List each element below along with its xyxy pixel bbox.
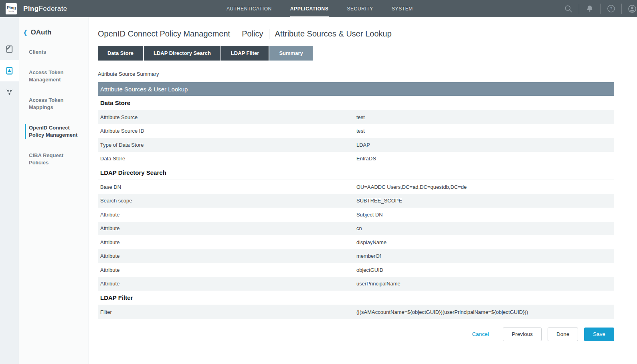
product-name-light: Federate — [38, 5, 67, 12]
table-row: Type of Data StoreLDAP — [98, 138, 614, 152]
sidebar-item-access-token-mappings[interactable]: Access Token Mappings — [25, 97, 84, 111]
sidebar: ❮ OAuth ClientsAccess Token ManagementAc… — [19, 17, 89, 364]
tab-summary[interactable]: Summary — [269, 46, 312, 61]
summary-table: Attribute Sources & User Lookup Data Sto… — [98, 82, 614, 319]
row-value: (|(sAMAccountName=${objectGUID})(userPri… — [356, 309, 614, 315]
breadcrumb-part: Attribute Sources & User Lookup — [275, 29, 392, 38]
row-value: test — [356, 128, 614, 134]
table-row: AttributeuserPrincipalName — [98, 277, 614, 291]
topbar: Ping Identity PingFederate AUTHENTICATIO… — [0, 0, 637, 17]
footer-actions: Cancel Previous Done Save — [98, 328, 614, 346]
oauth-icon[interactable] — [0, 81, 19, 103]
row-value: displayName — [356, 239, 614, 245]
topbar-icons: ? — [558, 0, 637, 17]
row-label: Data Store — [98, 156, 356, 162]
chevron-left-icon: ❮ — [23, 29, 27, 36]
save-button[interactable]: Save — [584, 328, 614, 341]
row-value: EntraDS — [356, 156, 614, 162]
sidebar-item-ciba-request-policies[interactable]: CIBA Request Policies — [25, 152, 84, 166]
table-row: Attribute Source IDtest — [98, 124, 614, 138]
row-label: Attribute — [98, 239, 356, 245]
breadcrumb-part: OpenID Connect Policy Management — [98, 29, 230, 38]
applications-icon[interactable] — [0, 60, 19, 81]
row-label: Attribute — [98, 267, 356, 273]
product-name: PingFederate — [23, 5, 67, 13]
breadcrumb-part: Policy — [242, 29, 263, 38]
ping-logo-text: Ping — [7, 6, 16, 10]
table-row: AttributememberOf — [98, 249, 614, 263]
svg-text:?: ? — [610, 6, 612, 11]
row-value: Subject DN — [356, 212, 614, 218]
tab-data-store[interactable]: Data Store — [98, 46, 143, 61]
done-button[interactable]: Done — [548, 328, 578, 341]
table-row: Filter(|(sAMAccountName=${objectGUID})(u… — [98, 305, 614, 319]
section-heading-ldap-filter: LDAP Filter — [98, 291, 614, 305]
search-icon[interactable] — [558, 0, 579, 17]
tab-ldap-filter[interactable]: LDAP Filter — [221, 46, 269, 61]
tab-ldap-directory-search[interactable]: LDAP Directory Search — [144, 46, 220, 61]
table-body: Data StoreAttribute SourcetestAttribute … — [98, 96, 614, 319]
sidebar-header-label: OAuth — [31, 28, 52, 36]
topbar-nav: AUTHENTICATIONAPPLICATIONSSECURITYSYSTEM — [226, 0, 413, 17]
row-label: Attribute — [98, 225, 356, 231]
table-row: Attributecn — [98, 222, 614, 236]
row-label: Type of Data Store — [98, 142, 356, 148]
section-heading-ldap-directory-search: LDAP Directory Search — [98, 166, 614, 180]
sidebar-item-openid-connect-policy-management[interactable]: OpenID Connect Policy Management — [25, 124, 84, 139]
sidebar-items: ClientsAccess Token ManagementAccess Tok… — [23, 49, 84, 166]
authentication-icon[interactable] — [0, 38, 19, 60]
row-value: OU=AADDC Users,DC=ad,DC=questdb,DC=de — [356, 184, 614, 190]
table-banner: Attribute Sources & User Lookup — [98, 82, 614, 96]
row-value: cn — [356, 225, 614, 231]
nav-applications[interactable]: APPLICATIONS — [290, 0, 329, 17]
breadcrumb-separator — [236, 29, 236, 39]
row-label: Attribute Source — [98, 114, 356, 120]
row-label: Attribute Source ID — [98, 128, 356, 134]
nav-system[interactable]: SYSTEM — [392, 0, 413, 17]
table-row: AttributeobjectGUID — [98, 263, 614, 277]
table-row: AttributeSubject DN — [98, 208, 614, 222]
section-heading-data-store: Data Store — [98, 96, 614, 110]
breadcrumb: OpenID Connect Policy Management Policy … — [98, 29, 614, 39]
account-icon[interactable] — [622, 0, 637, 17]
row-label: Attribute — [98, 212, 356, 218]
row-value: LDAP — [356, 142, 614, 148]
previous-button[interactable]: Previous — [503, 328, 542, 341]
sidebar-item-access-token-management[interactable]: Access Token Management — [25, 69, 84, 83]
notifications-icon[interactable] — [579, 0, 600, 17]
table-row: Base DNOU=AADDC Users,DC=ad,DC=questdb,D… — [98, 180, 614, 194]
help-icon[interactable]: ? — [601, 0, 621, 17]
ping-logo-subtext: Identity — [9, 10, 14, 12]
row-label: Attribute — [98, 281, 356, 287]
table-row: AttributedisplayName — [98, 235, 614, 249]
breadcrumb-separator — [269, 29, 269, 39]
table-row: Data StoreEntraDS — [98, 152, 614, 166]
sidebar-item-clients[interactable]: Clients — [25, 49, 84, 56]
row-label: Search scope — [98, 198, 356, 204]
row-value: userPrincipalName — [356, 281, 614, 287]
row-value: objectGUID — [356, 267, 614, 273]
ping-logo: Ping Identity — [6, 3, 17, 14]
row-value: memberOf — [356, 253, 614, 259]
main-content: OpenID Connect Policy Management Policy … — [89, 17, 637, 364]
row-value: SUBTREE_SCOPE — [356, 198, 614, 204]
cancel-button[interactable]: Cancel — [472, 331, 489, 337]
summary-label: Attribute Source Summary — [98, 71, 614, 77]
row-label: Attribute — [98, 253, 356, 259]
table-row: Attribute Sourcetest — [98, 110, 614, 124]
nav-security[interactable]: SECURITY — [347, 0, 373, 17]
table-row: Search scopeSUBTREE_SCOPE — [98, 194, 614, 208]
row-label: Filter — [98, 309, 356, 315]
product-name-bold: Ping — [23, 5, 38, 12]
row-value: test — [356, 114, 614, 120]
step-tabs: Data StoreLDAP Directory SearchLDAP Filt… — [98, 46, 614, 61]
nav-authentication[interactable]: AUTHENTICATION — [226, 0, 272, 17]
icon-rail — [0, 17, 19, 364]
row-label: Base DN — [98, 184, 356, 190]
sidebar-back-oauth[interactable]: ❮ OAuth — [23, 28, 84, 36]
